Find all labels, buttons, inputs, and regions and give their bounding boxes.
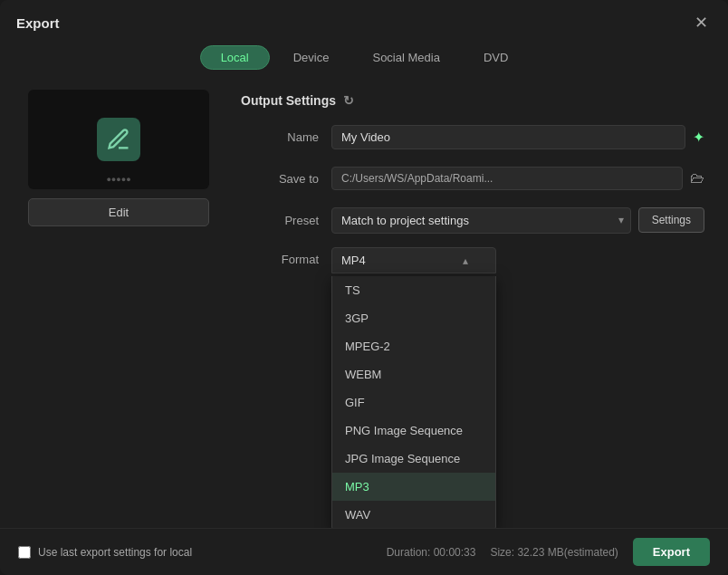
format-option-3gp[interactable]: 3GP <box>332 304 495 332</box>
size-text: Size: 32.23 MB(estimated) <box>490 546 618 559</box>
edit-button[interactable]: Edit <box>28 198 209 226</box>
tab-social-media[interactable]: Social Media <box>352 45 459 70</box>
preview-label: ●●●●● <box>106 175 130 184</box>
export-button[interactable]: Export <box>633 538 710 566</box>
window-title: Export <box>16 15 60 31</box>
save-to-label: Save to <box>241 172 331 186</box>
left-panel: ●●●●● Edit <box>14 81 223 528</box>
output-settings-header: Output Settings ↻ <box>241 81 704 122</box>
tabs-bar: Local Device Social Media DVD <box>0 42 728 81</box>
save-to-input[interactable] <box>331 167 683 190</box>
preview-icon <box>97 118 140 161</box>
output-settings-title: Output Settings <box>241 93 336 108</box>
main-content: ●●●●● Edit Output Settings ↻ Name ✦ Save… <box>0 81 728 528</box>
settings-button[interactable]: Settings <box>638 207 704 233</box>
bottom-bar: Use last export settings for local Durat… <box>0 528 728 575</box>
last-export-checkbox-label[interactable]: Use last export settings for local <box>18 546 192 559</box>
preset-select-wrapper: Match to project settings ▾ <box>331 207 631 234</box>
right-panel: Output Settings ↻ Name ✦ Save to 🗁 <box>223 81 714 528</box>
format-option-mp3[interactable]: MP3 <box>332 473 495 501</box>
preview-box: ●●●●● <box>28 90 209 189</box>
tab-local[interactable]: Local <box>200 45 270 70</box>
refresh-icon[interactable]: ↻ <box>343 93 354 108</box>
format-option-mpeg2[interactable]: MPEG-2 <box>332 332 495 360</box>
name-content: ✦ <box>331 125 704 149</box>
format-dropdown-list: TS 3GP MPEG-2 WEBM GIF PNG Image Sequenc… <box>331 276 496 528</box>
name-input[interactable] <box>331 125 685 149</box>
format-option-ts[interactable]: TS <box>332 276 495 304</box>
preset-row: Preset Match to project settings ▾ Setti… <box>241 206 704 235</box>
preset-select[interactable]: Match to project settings <box>331 207 631 234</box>
preset-label: Preset <box>241 214 331 227</box>
preset-content: Match to project settings ▾ Settings <box>331 207 704 234</box>
tab-dvd[interactable]: DVD <box>464 45 528 70</box>
export-window: Export ✕ Local Device Social Media DVD ●… <box>0 0 728 575</box>
format-select-open[interactable]: MP4 ▴ <box>331 247 496 273</box>
duration-text: Duration: 00:00:33 <box>387 546 476 559</box>
save-to-row: Save to 🗁 <box>241 164 704 193</box>
tab-device[interactable]: Device <box>273 45 350 70</box>
format-option-webm[interactable]: WEBM <box>332 360 495 388</box>
name-row: Name ✦ <box>241 122 704 151</box>
last-export-checkbox[interactable] <box>18 546 31 559</box>
format-row: Format MP4 ▴ TS 3GP MPEG-2 WEBM GIF PNG … <box>241 247 704 276</box>
last-export-label: Use last export settings for local <box>38 546 192 559</box>
title-bar: Export ✕ <box>0 0 728 42</box>
folder-icon[interactable]: 🗁 <box>690 170 704 187</box>
format-option-wav[interactable]: WAV <box>332 501 495 528</box>
format-dropdown-arrow: ▴ <box>463 254 468 267</box>
save-to-content: 🗁 <box>331 167 704 190</box>
ai-icon[interactable]: ✦ <box>693 129 704 146</box>
name-label: Name <box>241 130 331 144</box>
bottom-info: Duration: 00:00:33 Size: 32.23 MB(estima… <box>387 538 710 566</box>
close-button[interactable]: ✕ <box>691 13 712 33</box>
format-label: Format <box>241 247 331 266</box>
format-option-png[interactable]: PNG Image Sequence <box>332 417 495 445</box>
format-content: MP4 ▴ TS 3GP MPEG-2 WEBM GIF PNG Image S… <box>331 247 704 273</box>
format-option-gif[interactable]: GIF <box>332 388 495 417</box>
format-current-value: MP4 <box>341 254 366 267</box>
format-option-jpg[interactable]: JPG Image Sequence <box>332 445 495 473</box>
